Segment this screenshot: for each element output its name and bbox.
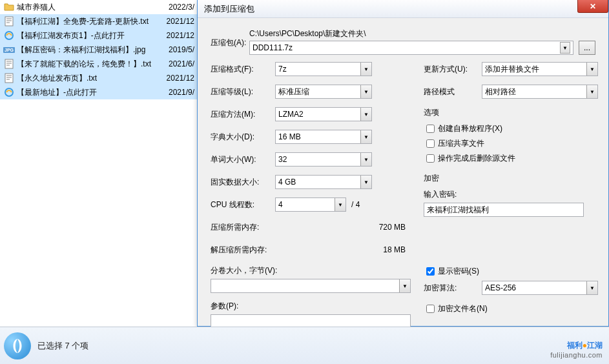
show-password-checkbox[interactable]	[426, 267, 435, 276]
file-row[interactable]: 【福利江湖】全免费-无套路-更新快.txt2021/12	[0, 14, 197, 28]
options-title: 选项	[424, 107, 598, 118]
params-label: 参数(P):	[211, 301, 411, 312]
close-button[interactable]: ✕	[577, 0, 608, 13]
file-rows-container: 城市养猫人2022/3/【福利江湖】全免费-无套路-更新快.txt2021/12…	[0, 0, 197, 99]
folder-icon	[4, 2, 14, 12]
chevron-down-icon: ▼	[586, 63, 597, 76]
file-name: 【来了就能下载的论坛，纯免费！】.txt	[17, 59, 161, 70]
pathmode-combo[interactable]: 相对路径▼	[482, 85, 598, 99]
file-name: 城市养猫人	[17, 2, 161, 13]
encrypt-title: 加密	[424, 173, 598, 184]
update-combo[interactable]: 添加并替换文件▼	[482, 62, 598, 76]
ie-icon	[4, 30, 14, 41]
solid-label: 固实数据大小:	[211, 177, 275, 188]
file-row[interactable]: 【最新地址】-点此打开2021/9/	[0, 85, 197, 99]
browse-button[interactable]: ...	[579, 41, 595, 55]
chevron-down-icon: ▼	[360, 130, 371, 143]
file-name: 【解压密码：来福利江湖找福利】.jpg	[17, 45, 161, 56]
txt-icon	[4, 16, 14, 26]
file-date: 2022/3/	[161, 3, 197, 12]
chevron-down-icon: ▼	[360, 108, 371, 121]
mem-decomp-label: 解压缩所需内存:	[211, 245, 307, 256]
threads-total: / 4	[351, 200, 360, 209]
file-row[interactable]: 【来了就能下载的论坛，纯免费！】.txt2021/6/	[0, 57, 197, 71]
share-checkbox[interactable]	[426, 139, 435, 148]
delete-label: 操作完成后删除源文件	[438, 153, 515, 164]
txt-icon	[4, 73, 14, 83]
svg-rect-5	[5, 59, 13, 68]
enc-method-combo[interactable]: AES-256▼	[482, 281, 598, 295]
password-input[interactable]	[424, 203, 584, 217]
archive-name-input[interactable]	[253, 43, 560, 52]
left-column: 压缩格式(F): 7z▼ 压缩等级(L): 标准压缩▼ 压缩方法(M): LZM…	[211, 62, 411, 329]
mem-comp-value: 720 MB	[307, 223, 411, 232]
svg-point-4	[5, 32, 13, 39]
solid-combo[interactable]: 4 GB▼	[275, 175, 372, 189]
method-label: 压缩方法(M):	[211, 109, 275, 120]
sfx-checkbox[interactable]	[426, 125, 435, 133]
sfx-label: 创建自释放程序(X)	[438, 123, 502, 134]
status-bar: 已选择 7 个项	[0, 327, 609, 364]
file-row[interactable]: 【永久地址发布页】.txt2021/12	[0, 71, 197, 85]
svg-rect-9	[5, 74, 13, 83]
chevron-down-icon: ▼	[399, 279, 410, 292]
file-date: 2021/9/	[161, 88, 197, 97]
svg-point-13	[5, 88, 13, 96]
chevron-down-icon: ▼	[360, 176, 371, 188]
word-label: 单词大小(W):	[211, 154, 275, 165]
close-icon: ✕	[590, 2, 596, 11]
archive-dialog: 添加到压缩包 ✕ 压缩包(A): C:\Users\PC\Desktop\新建文…	[197, 0, 609, 327]
file-name: 【福利江湖发布页1】-点此打开	[17, 30, 161, 41]
browser-icon	[4, 332, 31, 359]
file-date: 2021/12	[161, 74, 197, 83]
archive-path: C:\Users\PC\Desktop\新建文件夹\	[249, 28, 595, 39]
dict-combo[interactable]: 16 MB▼	[275, 130, 372, 144]
pwd-label: 输入密码:	[424, 189, 598, 200]
share-label: 压缩共享文件	[438, 138, 484, 149]
chevron-down-icon: ▼	[360, 63, 371, 76]
split-label: 分卷大小，字节(V):	[211, 265, 411, 276]
file-list: 城市养猫人2022/3/【福利江湖】全免费-无套路-更新快.txt2021/12…	[0, 0, 197, 327]
threads-label: CPU 线程数:	[211, 199, 275, 210]
pathmode-label: 路径模式	[424, 86, 482, 97]
svg-rect-0	[5, 17, 13, 26]
logo-icon: ●	[583, 341, 587, 350]
show-password-label: 显示密码(S)	[438, 266, 479, 277]
encrypt-names-checkbox[interactable]	[426, 305, 435, 313]
logo-subtitle: fulijianghu.com	[550, 351, 603, 359]
level-combo[interactable]: 标准压缩▼	[275, 85, 372, 99]
chevron-down-icon: ▼	[586, 281, 597, 294]
logo-text: 福利●江湖	[550, 336, 603, 351]
dict-label: 字典大小(D):	[211, 132, 275, 143]
ie-icon	[4, 87, 14, 97]
format-label: 压缩格式(F):	[211, 64, 275, 75]
format-combo[interactable]: 7z▼	[275, 62, 372, 76]
enc-method-label: 加密算法:	[424, 283, 482, 294]
level-label: 压缩等级(L):	[211, 86, 275, 97]
method-combo[interactable]: LZMA2▼	[275, 107, 372, 121]
file-date: 2021/12	[161, 17, 197, 26]
threads-combo[interactable]: 4▼	[275, 197, 346, 212]
delete-checkbox[interactable]	[426, 154, 435, 163]
archive-name-combo[interactable]: ▼	[249, 41, 573, 55]
word-combo[interactable]: 32▼	[275, 152, 372, 167]
file-row[interactable]: 城市养猫人2022/3/	[0, 0, 197, 14]
chevron-down-icon: ▼	[586, 85, 597, 98]
file-name: 【福利江湖】全免费-无套路-更新快.txt	[17, 16, 161, 27]
encrypt-names-label: 加密文件名(N)	[438, 303, 488, 314]
chevron-down-icon: ▼	[335, 198, 346, 211]
archive-label: 压缩包(A):	[211, 28, 249, 48]
jpg-icon: JPG	[4, 45, 14, 55]
file-row[interactable]: JPG【解压密码：来福利江湖找福利】.jpg2019/5/	[0, 43, 197, 57]
file-row[interactable]: 【福利江湖发布页1】-点此打开2021/12	[0, 28, 197, 43]
chevron-down-icon: ▼	[360, 153, 371, 166]
archive-dropdown-arrow[interactable]: ▼	[560, 42, 570, 54]
dialog-title: 添加到压缩包	[204, 3, 254, 15]
dialog-titlebar: 添加到压缩包 ✕	[198, 0, 608, 18]
file-date: 2021/12	[161, 31, 197, 40]
mem-decomp-value: 18 MB	[307, 245, 411, 254]
split-combo[interactable]: ▼	[211, 279, 411, 293]
file-name: 【最新地址】-点此打开	[17, 87, 161, 98]
archive-section: 压缩包(A): C:\Users\PC\Desktop\新建文件夹\ ▼ ...	[211, 28, 595, 66]
chevron-down-icon: ▼	[360, 85, 371, 98]
